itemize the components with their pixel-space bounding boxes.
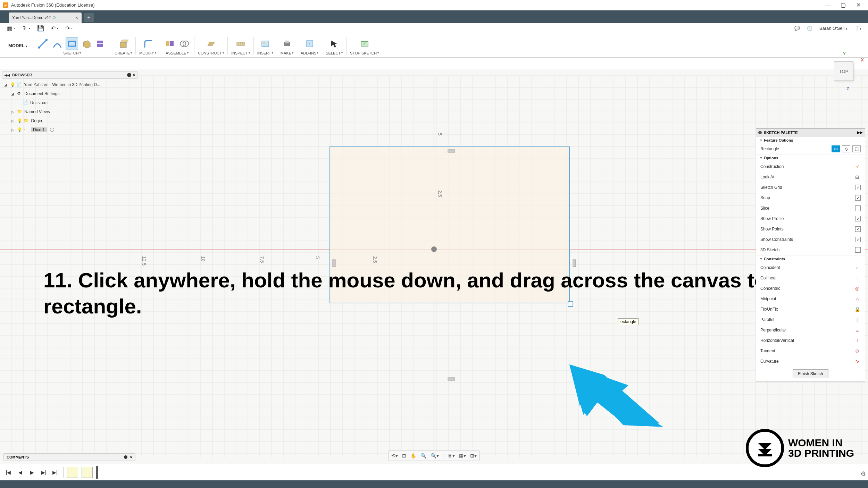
checkbox[interactable]: [855, 226, 861, 232]
tree-dice[interactable]: ▷ 💡 ▫ Dice:1: [2, 125, 137, 134]
expand-icon[interactable]: ◢: [11, 92, 15, 96]
activate-icon[interactable]: [50, 128, 54, 132]
save-button[interactable]: 💾: [34, 25, 48, 32]
minimize-button[interactable]: —: [824, 2, 831, 8]
print-tool-button[interactable]: [281, 37, 293, 50]
ribbon-group-label[interactable]: CONSTRUCT ▾: [198, 51, 224, 55]
rect-center-tool-button[interactable]: [66, 37, 78, 50]
ribbon-group-label[interactable]: STOP SKETCH ▾: [350, 51, 379, 55]
array-tool-button[interactable]: [95, 37, 107, 50]
expand-icon[interactable]: ▶▶: [857, 131, 863, 134]
settings-icon[interactable]: [127, 73, 131, 77]
rect-3point-button[interactable]: ⬚: [852, 145, 861, 152]
viewcube-top-face[interactable]: TOP: [834, 61, 853, 81]
ribbon-group-label[interactable]: INSERT ▾: [257, 51, 273, 55]
ribbon-group-label[interactable]: SKETCH ▾: [63, 51, 81, 55]
timeline-next-button[interactable]: ▶|: [40, 468, 48, 477]
constraint-icon[interactable]: ∥: [854, 317, 861, 322]
comments-panel[interactable]: COMMENTS ×: [3, 453, 135, 461]
new-tab-button[interactable]: +: [84, 13, 94, 22]
checkbox[interactable]: [855, 195, 861, 201]
ribbon-group-label[interactable]: CREATE ▾: [115, 51, 132, 55]
view-cube[interactable]: Y X Z TOP: [826, 54, 861, 89]
tab-close-button[interactable]: ×: [72, 15, 78, 20]
redo-button[interactable]: ↷▾: [62, 25, 76, 32]
midpoint-handle-icon[interactable]: [573, 260, 576, 267]
timeline-feature-sketch[interactable]: [82, 467, 93, 478]
grid-button[interactable]: ▦▾: [459, 453, 466, 458]
visibility-icon[interactable]: 💡: [17, 127, 22, 132]
settings-icon[interactable]: [124, 455, 127, 459]
ribbon-group-label[interactable]: INSPECT ▾: [231, 51, 250, 55]
tree-units[interactable]: 📄 Units: cm: [2, 98, 137, 107]
midpoint-handle-icon[interactable]: [448, 150, 455, 152]
constraint-icon[interactable]: 🔒: [854, 306, 861, 312]
tree-origin[interactable]: ▷ 💡 📁 Origin: [2, 116, 137, 125]
rect-center-button[interactable]: ◇: [842, 145, 850, 152]
select-tool-button[interactable]: [328, 37, 341, 50]
decal-tool-button[interactable]: [259, 37, 272, 50]
assem-tool-button[interactable]: [178, 37, 191, 50]
option-icon[interactable]: ⊟: [854, 174, 861, 180]
checkbox[interactable]: [855, 205, 861, 211]
palette-header[interactable]: SKETCH PALETTE ▶▶: [756, 129, 865, 136]
constraint-icon[interactable]: ⊥: [854, 338, 861, 343]
ribbon-group-label[interactable]: MAKE ▾: [281, 51, 293, 55]
orbit-button[interactable]: ⟲▾: [391, 453, 398, 458]
constraint-icon[interactable]: △: [854, 296, 861, 302]
ribbon-group-label[interactable]: ASSEMBLE ▾: [166, 51, 188, 55]
constraint-icon[interactable]: ◎: [854, 286, 861, 291]
timeline-start-button[interactable]: |◀: [4, 468, 12, 477]
constraint-icon[interactable]: ⊾: [854, 327, 861, 333]
midpoint-handle-icon[interactable]: [333, 260, 335, 267]
close-button[interactable]: ✕: [855, 2, 862, 8]
joint-tool-button[interactable]: [164, 37, 176, 50]
file-menu-button[interactable]: 🗎▾: [18, 25, 34, 32]
timeline-prev-button[interactable]: ◀: [16, 468, 24, 477]
constraint-icon[interactable]: ⊘: [854, 348, 861, 354]
pin-icon[interactable]: [758, 131, 762, 134]
midpoint-handle-icon[interactable]: [448, 378, 455, 380]
fit-button[interactable]: 🔍▾: [431, 453, 439, 458]
stop-tool-button[interactable]: ✓: [358, 37, 371, 50]
timeline-play-button[interactable]: ▶: [28, 468, 36, 477]
section-feature-options[interactable]: ▼Feature Options: [756, 136, 865, 144]
section-constraints[interactable]: ▼Constraints: [756, 255, 865, 262]
lookat-button[interactable]: ⊟: [402, 453, 406, 458]
timeline-playhead[interactable]: [96, 466, 98, 479]
job-status-button[interactable]: 💬: [791, 26, 803, 31]
section-options[interactable]: ▼Options: [756, 154, 865, 161]
maximize-button[interactable]: ▢: [840, 2, 846, 8]
checkbox[interactable]: [855, 185, 861, 190]
ribbon-group-label[interactable]: SELECT ▾: [326, 51, 343, 55]
expand-icon[interactable]: ▷: [11, 119, 15, 123]
collapse-icon[interactable]: ◀◀: [5, 73, 10, 77]
user-menu[interactable]: Sarah O'Sell ▾: [816, 26, 851, 31]
checkbox[interactable]: [855, 247, 861, 253]
line-tool-button[interactable]: [36, 37, 49, 50]
zoom-button[interactable]: 🔍: [420, 453, 426, 458]
tree-root[interactable]: ◢ 💡 📄 Yard Yahtzee - Women in 3D Printin…: [2, 80, 137, 89]
visibility-icon[interactable]: 💡: [17, 118, 22, 123]
measure-tool-button[interactable]: [234, 37, 247, 50]
constraint-icon[interactable]: ⌐: [854, 265, 861, 270]
checkbox[interactable]: [855, 237, 861, 242]
timeline-feature-sketch[interactable]: [67, 467, 78, 478]
undo-button[interactable]: ↶▾: [48, 25, 62, 32]
tree-namedviews[interactable]: ▷ 📁 Named Views: [2, 107, 137, 116]
expand-icon[interactable]: ▷: [11, 110, 15, 114]
finish-sketch-button[interactable]: Finish Sketch: [793, 369, 828, 378]
workspace-selector[interactable]: MODEL ▾: [3, 37, 32, 54]
help-button[interactable]: ❔▾: [851, 26, 865, 31]
fillet-tool-button[interactable]: [142, 37, 154, 50]
display-button[interactable]: 🖥▾: [448, 453, 455, 458]
constraint-icon[interactable]: ∿: [854, 359, 861, 364]
expand-icon[interactable]: ◢: [4, 83, 8, 87]
document-tab[interactable]: Yard Yah...Demo v1* ×: [9, 12, 82, 23]
tree-docsettings[interactable]: ◢ ⚙ Document Settings: [2, 89, 137, 98]
visibility-icon[interactable]: 💡: [10, 82, 15, 87]
pan-button[interactable]: ✋: [410, 453, 416, 458]
addin-tool-button[interactable]: +: [303, 37, 316, 50]
checkbox[interactable]: [855, 216, 861, 221]
option-icon[interactable]: ≺: [854, 164, 861, 169]
